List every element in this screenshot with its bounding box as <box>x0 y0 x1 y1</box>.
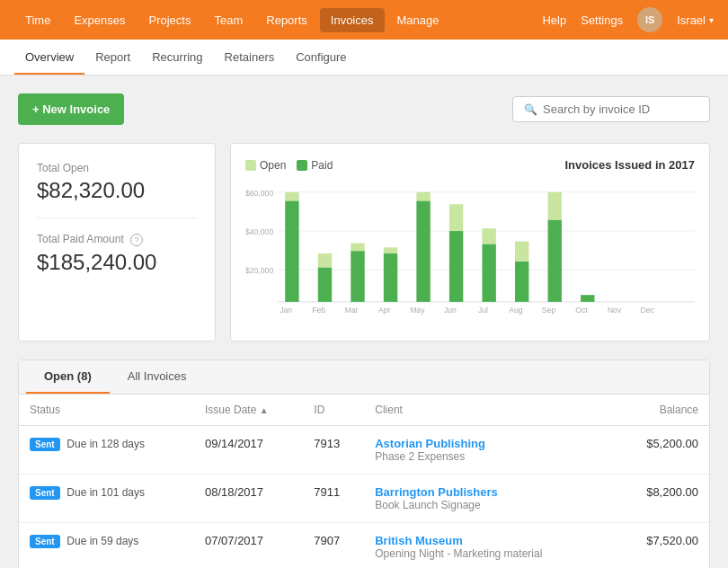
svg-rect-14 <box>384 247 397 253</box>
chart-title: Invoices Issued in 2017 <box>564 158 695 172</box>
client-desc: Opening Night - Marketing material <box>375 547 595 560</box>
svg-rect-25 <box>548 192 562 220</box>
help-link[interactable]: Help <box>542 13 566 27</box>
col-balance: Balance <box>607 395 709 426</box>
stats-chart-row: Total Open $82,320.00 Total Paid Amount … <box>18 143 710 342</box>
balance-cell: $8,200.00 <box>607 475 709 523</box>
sub-nav-retainers[interactable]: Retainers <box>214 41 286 75</box>
client-name: Barrington Publishers <box>375 485 595 499</box>
svg-rect-23 <box>515 242 528 262</box>
chart-area: $60,000 $40,000 $20,000 <box>245 182 695 326</box>
svg-rect-11 <box>351 251 364 302</box>
svg-text:Jun: Jun <box>444 306 457 315</box>
svg-rect-7 <box>285 200 298 302</box>
svg-rect-15 <box>416 200 430 302</box>
user-name[interactable]: Israel ▾ <box>677 13 714 27</box>
svg-rect-12 <box>351 244 364 252</box>
svg-rect-18 <box>449 231 463 302</box>
bar-chart-svg: $60,000 $40,000 $20,000 <box>245 182 695 326</box>
svg-text:Nov: Nov <box>608 306 622 315</box>
search-icon: 🔍 <box>524 103 537 116</box>
legend-open: Open <box>245 159 286 172</box>
nav-item-reports[interactable]: Reports <box>255 8 318 32</box>
sub-nav-recurring[interactable]: Recurring <box>141 41 213 75</box>
tabs-container: Open (8) All Invoices <box>19 360 709 395</box>
issue-date-cell: 07/07/2017 <box>194 523 303 569</box>
svg-rect-10 <box>318 253 332 267</box>
svg-text:$60,000: $60,000 <box>245 189 273 198</box>
status-badge: Sent <box>30 535 60 548</box>
svg-text:$20,000: $20,000 <box>245 266 273 275</box>
id-cell: 7907 <box>303 523 364 569</box>
search-input[interactable] <box>543 102 698 116</box>
nav-item-team[interactable]: Team <box>203 8 253 32</box>
sub-nav: Overview Report Recurring Retainers Conf… <box>0 40 728 75</box>
svg-rect-20 <box>482 244 495 301</box>
chart-header: Open Paid Invoices Issued in 2017 <box>245 158 695 172</box>
client-desc: Book Launch Signage <box>375 499 595 511</box>
table-row[interactable]: Sent Due in 59 days 07/07/2017 7907 Brit… <box>19 523 709 569</box>
client-cell: Astorian Publishing Phase 2 Expenses <box>364 426 606 475</box>
svg-rect-26 <box>581 295 594 302</box>
col-issue-date[interactable]: Issue Date ▲ <box>194 395 303 426</box>
svg-text:Jul: Jul <box>478 306 488 315</box>
status-badge: Sent <box>30 438 60 451</box>
sub-nav-report[interactable]: Report <box>84 41 141 75</box>
tab-all-invoices[interactable]: All Invoices <box>110 360 205 394</box>
toolbar: + New Invoice 🔍 <box>18 93 710 125</box>
svg-rect-19 <box>449 204 463 231</box>
svg-text:Aug: Aug <box>509 306 523 315</box>
svg-text:May: May <box>410 306 425 315</box>
nav-item-projects[interactable]: Projects <box>138 8 202 32</box>
client-name: Astorian Publishing <box>375 437 595 450</box>
help-icon[interactable]: ? <box>130 234 143 246</box>
nav-right: Help Settings IS Israel ▾ <box>542 7 714 32</box>
stats-card: Total Open $82,320.00 Total Paid Amount … <box>18 143 216 342</box>
svg-rect-17 <box>416 192 430 201</box>
table-row[interactable]: Sent Due in 101 days 08/18/2017 7911 Bar… <box>19 475 709 523</box>
total-paid-value: $185,240.00 <box>37 250 197 275</box>
table-row[interactable]: Sent Due in 128 days 09/14/2017 7913 Ast… <box>19 426 709 475</box>
total-paid-section: Total Paid Amount ? $185,240.00 <box>37 218 197 275</box>
total-open-section: Total Open $82,320.00 <box>37 162 197 218</box>
col-status: Status <box>19 395 194 426</box>
svg-rect-9 <box>318 267 332 301</box>
id-cell: 7913 <box>303 426 364 475</box>
legend-paid: Paid <box>297 159 333 172</box>
chart-legend: Open Paid <box>245 159 333 172</box>
content-area: + New Invoice 🔍 Total Open $82,320.00 To… <box>0 75 728 568</box>
svg-text:Feb: Feb <box>312 306 325 315</box>
col-id: ID <box>303 395 364 426</box>
client-cell: British Museum Opening Night - Marketing… <box>364 523 606 569</box>
invoices-table: Status Issue Date ▲ ID Client Balance Se… <box>19 395 709 568</box>
sub-nav-configure[interactable]: Configure <box>285 41 357 75</box>
svg-text:$40,000: $40,000 <box>245 227 273 236</box>
issue-date-cell: 09/14/2017 <box>194 426 303 475</box>
sort-arrow-icon: ▲ <box>260 405 269 415</box>
total-open-label: Total Open <box>37 162 197 174</box>
svg-rect-8 <box>285 192 298 201</box>
nav-item-time[interactable]: Time <box>14 8 61 32</box>
settings-link[interactable]: Settings <box>581 13 623 27</box>
client-name: British Museum <box>375 534 595 547</box>
client-cell: Barrington Publishers Book Launch Signag… <box>364 475 606 523</box>
nav-item-invoices[interactable]: Invoices <box>320 8 385 32</box>
nav-item-expenses[interactable]: Expenses <box>63 8 136 32</box>
svg-rect-24 <box>548 220 562 302</box>
due-text: Due in 59 days <box>67 535 138 547</box>
client-desc: Phase 2 Expenses <box>375 450 595 463</box>
due-text: Due in 101 days <box>67 486 145 499</box>
search-box: 🔍 <box>512 96 710 122</box>
status-badge: Sent <box>30 486 60 500</box>
new-invoice-button[interactable]: + New Invoice <box>18 93 124 125</box>
svg-text:Apr: Apr <box>378 306 391 315</box>
nav-items: Time Expenses Projects Team Reports Invo… <box>14 8 542 32</box>
sub-nav-overview[interactable]: Overview <box>14 41 84 75</box>
nav-item-manage[interactable]: Manage <box>386 8 450 32</box>
legend-open-dot <box>245 160 256 171</box>
svg-rect-21 <box>482 228 495 244</box>
svg-text:Sep: Sep <box>542 306 556 315</box>
tab-open[interactable]: Open (8) <box>26 360 110 394</box>
svg-rect-22 <box>515 262 528 302</box>
id-cell: 7911 <box>303 475 364 523</box>
